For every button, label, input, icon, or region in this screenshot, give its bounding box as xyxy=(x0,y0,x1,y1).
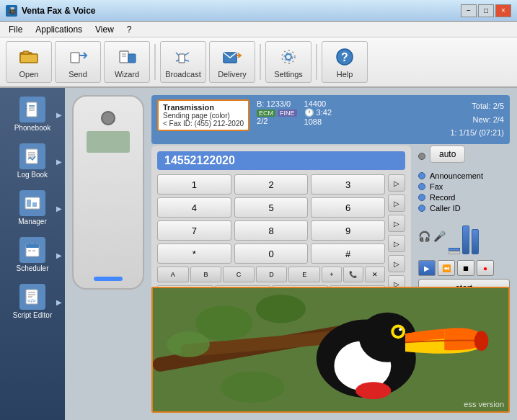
sidebar-item-scripteditor[interactable]: </> Script Editor ▶ xyxy=(0,278,65,325)
key-5[interactable]: 5 xyxy=(234,197,309,218)
phonebook-icon xyxy=(19,97,45,122)
side-key-2[interactable]: ▷ xyxy=(388,195,405,212)
menu-view[interactable]: View xyxy=(89,23,120,36)
vol-bar-left xyxy=(462,225,469,254)
alpha-phone[interactable]: 📞 xyxy=(343,267,363,282)
transport-rewind[interactable]: ⏪ xyxy=(438,260,455,276)
key-hash[interactable]: # xyxy=(311,243,385,264)
svg-point-54 xyxy=(399,328,402,331)
minimize-button[interactable]: − xyxy=(461,4,477,17)
broadcast-icon xyxy=(172,45,195,68)
broadcast-label: Broadcast xyxy=(165,70,201,79)
help-icon: ? xyxy=(333,45,356,68)
key-2[interactable]: 2 xyxy=(234,174,309,195)
svg-point-50 xyxy=(355,382,391,399)
transmission-subtitle: Sending page (color) xyxy=(163,112,244,120)
delivery-button[interactable]: Delivery xyxy=(209,41,255,83)
auto-indicator xyxy=(418,153,425,160)
sidebar-item-scheduler[interactable]: Scheduler ▶ xyxy=(0,231,65,278)
key-3[interactable]: 3 xyxy=(311,174,385,195)
radio-callerid[interactable]: Caller ID xyxy=(418,204,510,213)
svg-point-58 xyxy=(167,331,210,357)
key-6[interactable]: 6 xyxy=(311,197,385,218)
menu-file[interactable]: File xyxy=(3,23,28,36)
close-button[interactable]: × xyxy=(495,4,511,17)
toolbar-separator-2 xyxy=(260,44,261,80)
radio-fax[interactable]: Fax xyxy=(418,182,510,191)
key-9[interactable]: 9 xyxy=(311,220,385,241)
transport-stop[interactable]: ⏹ xyxy=(457,260,474,276)
transport-rec[interactable]: ● xyxy=(477,260,494,276)
svg-text:</>: </> xyxy=(27,298,36,304)
window-controls[interactable]: − □ × xyxy=(461,4,511,17)
key-star[interactable]: * xyxy=(157,243,231,264)
watermark: ess version xyxy=(464,400,504,408)
alpha-c[interactable]: C xyxy=(223,267,255,282)
mic-icon: 🎤 xyxy=(433,231,446,242)
sidebar-item-phonebook[interactable]: Phonebook ▶ xyxy=(0,91,65,138)
key-0[interactable]: 0 xyxy=(234,243,309,264)
open-button[interactable]: Open xyxy=(6,41,52,83)
menu-applications[interactable]: Applications xyxy=(30,23,88,36)
radio-label-announcement: Announcement xyxy=(430,171,483,180)
alpha-back[interactable]: + xyxy=(322,267,342,282)
side-key-5[interactable]: ▷ xyxy=(388,255,405,272)
auto-button[interactable]: auto xyxy=(430,146,465,163)
sidebar-item-manager[interactable]: Manager ▶ xyxy=(0,184,65,231)
manager-label: Manager xyxy=(18,218,46,225)
wizard-button[interactable]: Wizard xyxy=(104,41,150,83)
image-preview: ess version xyxy=(151,287,510,413)
svg-rect-33 xyxy=(32,202,37,207)
logbook-icon xyxy=(19,143,45,169)
svg-line-12 xyxy=(185,53,189,55)
key-8[interactable]: 8 xyxy=(234,220,309,241)
key-7[interactable]: 7 xyxy=(157,220,231,241)
app-icon: 📠 xyxy=(6,5,17,17)
logbook-arrow: ▶ xyxy=(56,157,62,165)
side-key-1[interactable]: ▷ xyxy=(388,174,405,192)
app-title: Venta Fax & Voice xyxy=(22,6,96,16)
phone-panel: 14552122020 1 2 3 4 5 6 7 xyxy=(151,146,411,307)
titlebar-left: 📠 Venta Fax & Voice xyxy=(6,5,96,17)
keypad-row-1: 1 2 3 xyxy=(157,174,385,195)
radio-dot-announcement xyxy=(418,172,425,179)
help-button[interactable]: ? Help xyxy=(322,41,368,83)
vol-up-btn[interactable] xyxy=(448,248,460,254)
toolbar-separator-3 xyxy=(316,44,317,80)
settings-button[interactable]: Settings xyxy=(265,41,311,83)
maximize-button[interactable]: □ xyxy=(478,4,494,17)
radio-record[interactable]: Record xyxy=(418,193,510,202)
svg-rect-27 xyxy=(26,149,37,164)
svg-point-55 xyxy=(474,331,489,351)
scheduler-label: Scheduler xyxy=(16,264,48,272)
svg-rect-3 xyxy=(71,53,79,63)
sidebar-item-logbook[interactable]: Log Book ▶ xyxy=(0,138,65,184)
alpha-del[interactable]: ✕ xyxy=(365,267,385,282)
keypad-main: 1 2 3 4 5 6 7 8 9 * xyxy=(157,174,385,301)
side-key-3[interactable]: ▷ xyxy=(388,215,405,232)
svg-point-57 xyxy=(256,295,306,323)
phone-device xyxy=(72,95,144,290)
menu-help[interactable]: ? xyxy=(121,23,138,36)
transport-play-mode[interactable]: ▶ xyxy=(418,260,436,276)
menubar: File Applications View ? xyxy=(0,22,517,37)
svg-rect-25 xyxy=(25,105,27,107)
broadcast-button[interactable]: Broadcast xyxy=(160,41,206,83)
svg-rect-1 xyxy=(20,54,37,63)
alpha-a[interactable]: A xyxy=(157,267,189,282)
send-button[interactable]: Send xyxy=(55,41,101,83)
alpha-e[interactable]: E xyxy=(288,267,320,282)
alpha-row-1: A B C D E + 📞 ✕ xyxy=(157,267,385,282)
svg-rect-35 xyxy=(26,244,39,248)
alpha-b[interactable]: B xyxy=(190,267,222,282)
key-4[interactable]: 4 xyxy=(157,197,231,218)
alpha-d[interactable]: D xyxy=(256,267,288,282)
side-key-4[interactable]: ▷ xyxy=(388,235,405,252)
key-1[interactable]: 1 xyxy=(157,174,231,195)
svg-rect-21 xyxy=(27,102,37,117)
delivery-label: Delivery xyxy=(218,70,247,79)
speed-col: 14400 🕐 3:42 1088 xyxy=(304,99,332,126)
radio-announcement[interactable]: Announcement xyxy=(418,171,510,180)
titlebar: 📠 Venta Fax & Voice − □ × xyxy=(0,0,517,22)
schedule: 1: 1/15/ (07:21) xyxy=(450,126,504,140)
